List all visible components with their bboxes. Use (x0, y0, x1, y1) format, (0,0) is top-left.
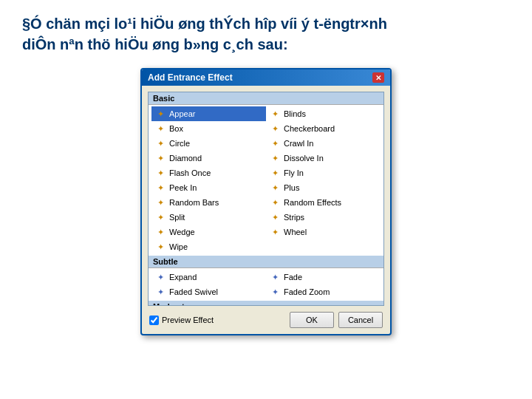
effect-circle[interactable]: Circle (151, 136, 266, 151)
effect-wedge[interactable]: Wedge (151, 225, 266, 239)
effect-flash-once[interactable]: Flash Once (151, 166, 266, 180)
preview-label: Preview Effect (162, 316, 214, 324)
effect-random-bars[interactable]: Random Bars (151, 195, 266, 210)
effect-random-effects[interactable]: Random Effects (266, 195, 381, 210)
effect-diamond[interactable]: Diamond (151, 151, 266, 166)
flash-once-label: Flash Once (169, 168, 211, 177)
dialog-title: Add Entrance Effect (148, 72, 233, 83)
circle-label: Circle (169, 139, 190, 148)
effect-wipe[interactable]: Wipe (151, 239, 266, 254)
flash-once-icon (154, 167, 166, 179)
header-text: §Ó chän mçi lo¹i hiÖu øng thÝch hîp víi … (0, 0, 532, 65)
effect-peek-in[interactable]: Peek In (151, 180, 266, 195)
checkerboard-icon (269, 123, 281, 134)
ok-button[interactable]: OK (290, 312, 334, 328)
dialog-body: Basic Appear Blinds Box (142, 86, 390, 334)
checkerboard-label: Checkerboard (284, 124, 335, 133)
peek-in-icon (154, 182, 166, 194)
effect-crawl-in[interactable]: Crawl In (266, 136, 381, 151)
faded-swivel-label: Faded Swivel (169, 287, 218, 296)
appear-icon (154, 108, 166, 120)
footer-buttons: OK Cancel (290, 312, 383, 328)
plus-label: Plus (284, 183, 299, 192)
dialog-overlay: Add Entrance Effect ✕ Basic Appear Bli (0, 65, 532, 335)
split-label: Split (169, 213, 185, 222)
effect-box[interactable]: Box (151, 121, 266, 136)
cancel-button[interactable]: Cancel (338, 312, 383, 328)
faded-zoom-label: Faded Zoom (284, 287, 330, 296)
crawl-in-icon (269, 137, 281, 149)
page-container: §Ó chän mçi lo¹i hiÖu øng thÝch hîp víi … (0, 0, 532, 399)
section-moderate-header: Moderate (149, 301, 383, 306)
effect-expand[interactable]: Expand (151, 270, 266, 284)
diamond-icon (154, 152, 166, 164)
effect-checkerboard[interactable]: Checkerboard (266, 121, 381, 136)
wheel-icon (269, 226, 281, 238)
fly-in-icon (269, 167, 281, 179)
effect-faded-zoom[interactable]: Faded Zoom (266, 284, 381, 299)
plus-icon (269, 182, 281, 194)
effect-strips[interactable]: Strips (266, 210, 381, 225)
crawl-in-label: Crawl In (284, 139, 313, 148)
box-icon (154, 123, 166, 134)
effect-dissolve-in[interactable]: Dissolve In (266, 151, 381, 166)
preview-checkbox[interactable] (149, 316, 159, 325)
fade-icon (269, 271, 281, 283)
effect-faded-swivel[interactable]: Faded Swivel (151, 284, 266, 299)
fly-in-label: Fly In (284, 168, 304, 177)
basic-effects-grid: Appear Blinds Box Checkerboard (149, 105, 383, 256)
effects-list[interactable]: Basic Appear Blinds Box (148, 92, 384, 306)
dialog-titlebar: Add Entrance Effect ✕ (142, 69, 390, 86)
strips-icon (269, 211, 281, 223)
box-label: Box (169, 124, 183, 133)
peek-in-label: Peek In (169, 183, 197, 192)
wedge-icon (154, 226, 166, 238)
wheel-label: Wheel (284, 228, 307, 236)
faded-zoom-icon (269, 286, 281, 298)
add-entrance-effect-dialog: Add Entrance Effect ✕ Basic Appear Bli (140, 68, 392, 335)
expand-label: Expand (169, 273, 197, 282)
split-icon (154, 211, 166, 223)
section-basic-header: Basic (149, 92, 383, 105)
wipe-icon (154, 241, 166, 253)
effect-appear[interactable]: Appear (151, 106, 266, 121)
circle-icon (154, 137, 166, 149)
dissolve-in-label: Dissolve In (284, 154, 324, 163)
blinds-label: Blinds (284, 109, 306, 118)
diamond-label: Diamond (169, 154, 202, 163)
expand-icon (154, 271, 166, 283)
appear-label: Appear (169, 109, 195, 118)
strips-label: Strips (284, 213, 304, 222)
random-effects-label: Random Effects (284, 198, 341, 207)
header-line2: diÔn nªn thö hiÖu øng b»ng c¸ch sau: (22, 34, 510, 55)
dissolve-in-icon (269, 152, 281, 164)
section-subtle-header: Subtle (149, 256, 383, 268)
random-bars-icon (154, 197, 166, 208)
wedge-label: Wedge (169, 228, 195, 236)
faded-swivel-icon (154, 286, 166, 298)
effect-wheel[interactable]: Wheel (266, 225, 381, 239)
wipe-label: Wipe (169, 242, 188, 251)
blinds-icon (269, 108, 281, 120)
random-bars-label: Random Bars (169, 198, 219, 207)
effect-blinds[interactable]: Blinds (266, 106, 381, 121)
preview-checkbox-area[interactable]: Preview Effect (149, 316, 214, 325)
random-effects-icon (269, 197, 281, 208)
dialog-footer: Preview Effect OK Cancel (145, 309, 387, 331)
effect-split[interactable]: Split (151, 210, 266, 225)
effect-fly-in[interactable]: Fly In (266, 166, 381, 180)
header-line1: §Ó chän mçi lo¹i hiÖu øng thÝch hîp víi … (22, 13, 510, 34)
effect-plus[interactable]: Plus (266, 180, 381, 195)
fade-label: Fade (284, 273, 302, 282)
effect-fade[interactable]: Fade (266, 270, 381, 284)
close-button[interactable]: ✕ (372, 72, 384, 83)
subtle-effects-grid: Expand Fade Faded Swivel Faded Zoom (149, 268, 383, 301)
